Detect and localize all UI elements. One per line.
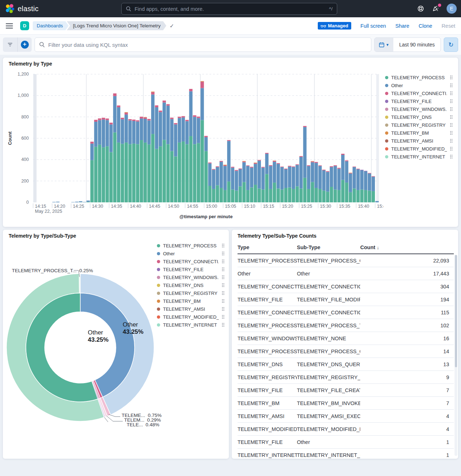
bar-segment[interactable] xyxy=(94,120,98,122)
column-header-subtype[interactable]: Sub-Type xyxy=(297,244,360,250)
bar-segment[interactable] xyxy=(356,190,360,202)
legend-actions-icon[interactable] xyxy=(450,115,453,119)
bar-segment[interactable] xyxy=(147,120,150,144)
bar-segment[interactable] xyxy=(200,81,204,81)
bar-segment[interactable] xyxy=(102,118,105,120)
bar-segment[interactable] xyxy=(208,162,211,163)
bar-segment[interactable] xyxy=(223,165,227,166)
bar-segment[interactable] xyxy=(265,174,268,202)
elastic-brand[interactable]: elastic xyxy=(0,4,39,13)
bar-segment[interactable] xyxy=(185,121,189,144)
bar-segment[interactable] xyxy=(94,147,98,202)
bar-segment[interactable] xyxy=(113,96,116,133)
bar-segment[interactable] xyxy=(79,201,82,202)
bar-segment[interactable] xyxy=(189,89,193,91)
bar-segment[interactable] xyxy=(250,187,253,202)
bar-segment[interactable] xyxy=(117,105,120,107)
bar-segment[interactable] xyxy=(311,161,314,161)
bar-segment[interactable] xyxy=(151,94,154,134)
bar-segment[interactable] xyxy=(360,170,363,170)
bar-segment[interactable] xyxy=(307,166,310,189)
bar-segment[interactable] xyxy=(254,185,257,202)
bar-segment[interactable] xyxy=(353,167,356,188)
bar-segment[interactable] xyxy=(280,189,284,202)
bar-segment[interactable] xyxy=(121,144,124,202)
legend-item[interactable]: Other xyxy=(157,250,225,257)
bar-segment[interactable] xyxy=(334,166,337,189)
bar-segment[interactable] xyxy=(315,188,318,202)
bar-segment[interactable] xyxy=(371,191,375,202)
bar-segment[interactable] xyxy=(292,166,295,167)
bar-segment[interactable] xyxy=(349,173,352,173)
bar-segment[interactable] xyxy=(269,189,272,202)
bar-segment[interactable] xyxy=(345,183,348,202)
stacked-bar-chart[interactable]: 02004006008001,0001,20014:1514:2014:2514… xyxy=(6,63,384,221)
global-search-input[interactable] xyxy=(135,6,326,12)
legend-item[interactable]: TELEMETRY_DNS xyxy=(385,113,453,121)
bar-segment[interactable] xyxy=(375,201,379,202)
news-feed-button[interactable] xyxy=(431,4,440,13)
bar-segment[interactable] xyxy=(368,174,371,190)
legend-item[interactable]: TELEMETRY_INTERNET xyxy=(385,153,453,161)
bar-segment[interactable] xyxy=(86,202,90,202)
bar-segment[interactable] xyxy=(174,156,177,202)
bar-segment[interactable] xyxy=(288,166,291,167)
bar-segment[interactable] xyxy=(276,164,280,188)
bar-segment[interactable] xyxy=(144,117,147,117)
bar-segment[interactable] xyxy=(163,100,166,102)
bar-segment[interactable] xyxy=(269,166,272,189)
bar-segment[interactable] xyxy=(368,173,371,173)
bar-segment[interactable] xyxy=(159,112,162,146)
bar-segment[interactable] xyxy=(231,189,234,202)
bar-segment[interactable] xyxy=(197,143,200,202)
legend-item[interactable]: TELEMETRY_PROCESS xyxy=(385,73,453,81)
bar-segment[interactable] xyxy=(90,160,94,202)
legend-actions-icon[interactable] xyxy=(450,75,453,80)
bar-segment[interactable] xyxy=(276,163,280,164)
reset-button[interactable]: Reset xyxy=(442,23,455,29)
bar-segment[interactable] xyxy=(220,188,223,202)
sunburst-pie-chart[interactable] xyxy=(3,267,158,422)
bar-segment[interactable] xyxy=(90,142,94,143)
bar-segment[interactable] xyxy=(181,116,185,118)
add-filter-button[interactable]: + xyxy=(17,37,32,52)
bar-segment[interactable] xyxy=(98,118,101,120)
bar-segment[interactable] xyxy=(204,151,208,202)
bar-segment[interactable] xyxy=(102,120,105,147)
legend-actions-icon[interactable] xyxy=(450,123,453,127)
bar-segment[interactable] xyxy=(341,180,344,202)
bar-segment[interactable] xyxy=(261,189,265,202)
bar-segment[interactable] xyxy=(155,105,158,107)
bar-segment[interactable] xyxy=(185,120,189,121)
legend-actions-icon[interactable] xyxy=(222,243,225,248)
column-header-count[interactable]: Count↓ xyxy=(360,244,454,250)
bar-segment[interactable] xyxy=(220,161,223,162)
legend-item[interactable]: Other xyxy=(385,81,453,89)
bar-segment[interactable] xyxy=(315,162,318,163)
bar-segment[interactable] xyxy=(125,143,128,202)
bar-segment[interactable] xyxy=(193,115,196,117)
bar-segment[interactable] xyxy=(178,118,181,143)
bar-segment[interactable] xyxy=(360,189,363,202)
bar-segment[interactable] xyxy=(125,113,128,114)
bar-segment[interactable] xyxy=(204,137,208,151)
bar-segment[interactable] xyxy=(159,146,162,202)
legend-actions-icon[interactable] xyxy=(222,275,225,279)
bar-segment[interactable] xyxy=(334,165,337,166)
bar-segment[interactable] xyxy=(212,170,215,189)
bar-segment[interactable] xyxy=(140,118,143,140)
bar-segment[interactable] xyxy=(235,171,238,190)
bar-segment[interactable] xyxy=(341,154,344,155)
legend-item[interactable]: TELEMETRY_REGISTRY xyxy=(385,121,453,129)
bar-segment[interactable] xyxy=(239,169,242,169)
bar-segment[interactable] xyxy=(117,143,120,202)
filter-menu-button[interactable] xyxy=(3,37,17,52)
bar-segment[interactable] xyxy=(303,178,306,202)
bar-segment[interactable] xyxy=(246,190,249,202)
bar-segment[interactable] xyxy=(208,163,211,186)
bar-segment[interactable] xyxy=(280,167,284,189)
legend-actions-icon[interactable] xyxy=(222,315,225,319)
bar-segment[interactable] xyxy=(128,144,132,202)
bar-segment[interactable] xyxy=(292,189,295,202)
bar-segment[interactable] xyxy=(295,187,299,203)
